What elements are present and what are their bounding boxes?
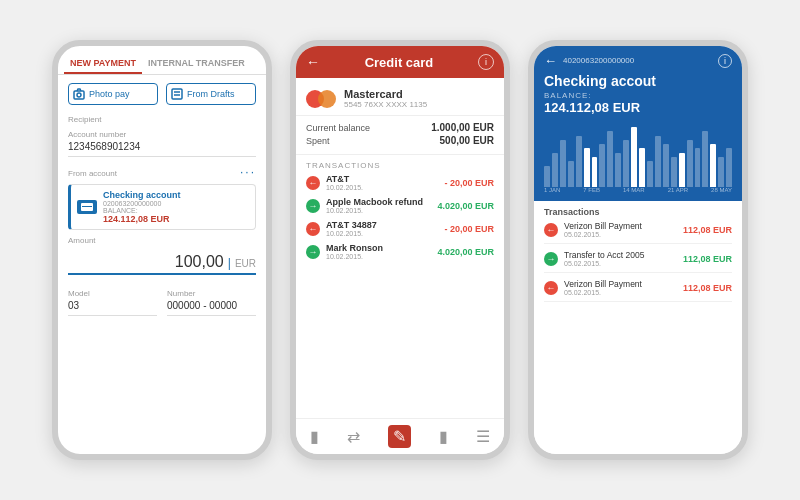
balance-value: 124.112,08 EUR bbox=[103, 214, 249, 224]
card-section: Mastercard 5545 76XX XXXX 1135 bbox=[296, 78, 504, 116]
tx-date-2: 10.02.2015. bbox=[326, 207, 431, 214]
amount-label: Amount bbox=[68, 236, 256, 245]
tx-details-2: Apple Macbook refund 10.02.2015. bbox=[326, 197, 431, 214]
chart-label-5: 28 MAY bbox=[711, 187, 732, 193]
chart-bar-13 bbox=[647, 161, 653, 187]
account-icon bbox=[77, 200, 97, 214]
tx-date-4: 10.02.2015. bbox=[326, 253, 431, 260]
camera-icon bbox=[73, 88, 85, 100]
tab-bar: NEW PAYMENT INTERNAL TRANSFER bbox=[58, 46, 266, 75]
tx-amount-1: - 20,00 EUR bbox=[444, 178, 494, 188]
back-button-3[interactable]: ← bbox=[544, 53, 557, 68]
model-row: Model 03 Number 000000 - 00000 bbox=[68, 283, 256, 320]
tx-item-3[interactable]: ← AT&T 34887 10.02.2015. - 20,00 EUR bbox=[306, 220, 494, 237]
chart-bar-23 bbox=[726, 148, 732, 187]
chart-section: 1 JAN 7 FEB 14 MAR 21 APR 28 MAY bbox=[534, 123, 742, 201]
nav-bar: ▮ ⇄ ✎ ▮ ☰ bbox=[296, 418, 504, 454]
amount-currency: EUR bbox=[235, 258, 256, 269]
from-account-number: 020063200000000 bbox=[103, 200, 249, 207]
p3-tx-item-3[interactable]: ← Verizon Bill Payment 05.02.2015. 112,0… bbox=[544, 279, 732, 302]
spent-value: 500,00 EUR bbox=[440, 135, 494, 146]
from-drafts-button[interactable]: From Drafts bbox=[166, 83, 256, 105]
phone1-body: Photo pay From Drafts Recipient Account … bbox=[58, 75, 266, 454]
header-title: Credit card bbox=[326, 55, 472, 70]
chart-bar-11 bbox=[631, 127, 637, 187]
checking-tx-header: Transactions bbox=[544, 207, 732, 217]
info-icon-3[interactable]: i bbox=[718, 54, 732, 68]
chart-bar-17 bbox=[679, 153, 685, 187]
draft-icon bbox=[171, 88, 183, 100]
from-account-label: From account bbox=[68, 169, 117, 178]
transactions-header: TRANSACTIONS bbox=[306, 161, 494, 170]
spent-label: Spent bbox=[306, 136, 330, 146]
checking-balance-label: BALANCE: bbox=[544, 91, 732, 100]
chart-label-1: 1 JAN bbox=[544, 187, 560, 193]
chart-bar-14 bbox=[655, 136, 661, 187]
chart-bar-22 bbox=[718, 157, 724, 187]
p3-tx-item-1[interactable]: ← Verizon Bill Payment 05.02.2015. 112,0… bbox=[544, 221, 732, 244]
chart-bar-2 bbox=[560, 140, 566, 187]
amount-value[interactable]: 100,00 bbox=[175, 253, 224, 271]
tx-item-2[interactable]: → Apple Macbook refund 10.02.2015. 4.020… bbox=[306, 197, 494, 214]
more-options-icon[interactable]: ··· bbox=[240, 165, 256, 179]
current-balance-row: Current balance 1.000,00 EUR bbox=[306, 122, 494, 133]
tx-in-arrow-4: → bbox=[306, 245, 320, 259]
model-label: Model bbox=[68, 289, 157, 298]
checking-header: ← 4020063200000000 i bbox=[534, 46, 742, 73]
tx-name-4: Mark Ronson bbox=[326, 243, 431, 253]
action-buttons: Photo pay From Drafts bbox=[68, 83, 256, 105]
recipient-label: Recipient bbox=[68, 115, 256, 124]
photo-pay-button[interactable]: Photo pay bbox=[68, 83, 158, 105]
chart-bar-5 bbox=[584, 148, 590, 187]
account-title: Checking accout bbox=[544, 73, 732, 89]
from-account-info: Checking account 020063200000000 BALANCE… bbox=[103, 190, 249, 224]
tx-name-1: AT&T bbox=[326, 174, 438, 184]
tx-amount-3: - 20,00 EUR bbox=[444, 224, 494, 234]
svg-rect-0 bbox=[74, 91, 84, 99]
account-label: Account number bbox=[68, 130, 256, 139]
tx-details-4: Mark Ronson 10.02.2015. bbox=[326, 243, 431, 260]
tx-amount-4: 4.020,00 EUR bbox=[437, 247, 494, 257]
account-section: Checking accout BALANCE: 124.112,08 EUR bbox=[534, 73, 742, 123]
card-name: Mastercard bbox=[344, 88, 494, 100]
tx-item-1[interactable]: ← AT&T 10.02.2015. - 20,00 EUR bbox=[306, 174, 494, 191]
chart-x-labels: 1 JAN 7 FEB 14 MAR 21 APR 28 MAY bbox=[544, 187, 732, 193]
tx-in-arrow-2: → bbox=[306, 199, 320, 213]
p3-tx-date-2: 05.02.2015. bbox=[564, 260, 677, 267]
nav-menu-icon[interactable]: ☰ bbox=[476, 427, 490, 446]
number-col: Number 000000 - 00000 bbox=[167, 283, 256, 320]
nav-transfer-icon[interactable]: ⇄ bbox=[347, 427, 360, 446]
current-balance-label: Current balance bbox=[306, 123, 370, 133]
nav-card-icon[interactable]: ▮ bbox=[310, 427, 319, 446]
nav-creditcard-icon[interactable]: ▮ bbox=[439, 427, 448, 446]
tx-name-2: Apple Macbook refund bbox=[326, 197, 431, 207]
balances-section: Current balance 1.000,00 EUR Spent 500,0… bbox=[296, 116, 504, 155]
p3-tx-arrow-2: → bbox=[544, 252, 558, 266]
tx-date-1: 10.02.2015. bbox=[326, 184, 438, 191]
nav-payment-icon[interactable]: ✎ bbox=[388, 425, 411, 448]
p3-tx-amount-1: 112,08 EUR bbox=[683, 225, 732, 235]
from-account-box[interactable]: Checking account 020063200000000 BALANCE… bbox=[68, 184, 256, 230]
current-balance-value: 1.000,00 EUR bbox=[431, 122, 494, 133]
model-value[interactable]: 03 bbox=[68, 300, 157, 316]
mastercard-icon bbox=[306, 90, 336, 108]
chart-bar-20 bbox=[702, 131, 708, 187]
tab-internal-transfer[interactable]: INTERNAL TRANSFER bbox=[142, 54, 251, 74]
p3-tx-details-1: Verizon Bill Payment 05.02.2015. bbox=[564, 221, 677, 238]
p3-tx-amount-3: 112,08 EUR bbox=[683, 283, 732, 293]
chart-bar-19 bbox=[695, 148, 701, 187]
tx-item-4[interactable]: → Mark Ronson 10.02.2015. 4.020,00 EUR bbox=[306, 243, 494, 260]
number-value[interactable]: 000000 - 00000 bbox=[167, 300, 256, 316]
p3-tx-item-2[interactable]: → Transfer to Acct 2005 05.02.2015. 112,… bbox=[544, 250, 732, 273]
account-number-value[interactable]: 1234568901234 bbox=[68, 141, 256, 157]
tx-name-3: AT&T 34887 bbox=[326, 220, 438, 230]
bar-chart bbox=[544, 127, 732, 187]
back-button[interactable]: ← bbox=[306, 54, 320, 70]
p3-tx-details-2: Transfer to Acct 2005 05.02.2015. bbox=[564, 250, 677, 267]
p3-tx-details-3: Verizon Bill Payment 05.02.2015. bbox=[564, 279, 677, 296]
p3-tx-date-3: 05.02.2015. bbox=[564, 289, 677, 296]
info-icon[interactable]: i bbox=[478, 54, 494, 70]
tab-new-payment[interactable]: NEW PAYMENT bbox=[64, 54, 142, 74]
p3-tx-arrow-1: ← bbox=[544, 223, 558, 237]
tx-out-arrow-1: ← bbox=[306, 176, 320, 190]
